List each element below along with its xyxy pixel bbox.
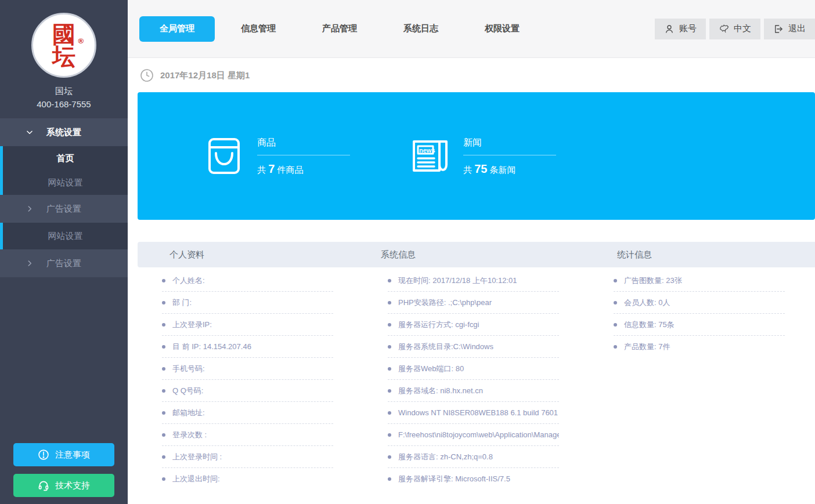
list-item: 服务器域名: ni8.hx.net.cn	[388, 380, 559, 402]
count-suffix: 件商品	[275, 165, 303, 175]
tab-product-management[interactable]: 产品管理	[302, 16, 377, 42]
tab-info-management[interactable]: 信息管理	[221, 16, 296, 42]
logout-button[interactable]: 退出	[764, 19, 815, 39]
tab-permission-settings[interactable]: 权限设置	[464, 16, 540, 42]
profile-list: 个人姓名: 部 门: 上次登录IP: 目 前 IP: 14.154.207.46…	[138, 270, 363, 490]
news-stat: news 新闻 共 75 条新闻	[408, 134, 556, 178]
count-prefix: 共	[463, 165, 474, 175]
list-item: 服务器运行方式: cgi-fcgi	[388, 314, 559, 336]
shopping-bag-icon	[202, 134, 246, 178]
list-item: 服务器语言: zh-CN,zh;q=0.8	[388, 446, 559, 468]
list-item: Windows NT NI8SER08WEB188 6.1 build 7601…	[388, 402, 559, 424]
list-item: F:\freehost\ni8tojoycom\web\Application\…	[388, 424, 559, 446]
list-item: 上次登录时间 :	[162, 446, 333, 468]
app-window: 國® 坛 国坛 400-168-7555 系统设置 首页 网站设置	[0, 0, 815, 504]
language-button-label: 中文	[734, 23, 751, 34]
submenu-site: 网站设置	[0, 223, 128, 249]
statistics-list: 广告图数量: 23张 会员人数: 0人 信息数量: 75条 产品数量: 7件	[589, 270, 815, 490]
count-prefix: 共	[257, 165, 268, 175]
list-item: 服务器解译引擎: Microsoft-IIS/7.5	[388, 468, 559, 490]
sidebar-item-label: 广告设置	[46, 258, 81, 269]
section-title-profile: 个人资料	[138, 249, 363, 260]
list-item: 部 门:	[162, 292, 333, 314]
list-item: 现在时间: 2017/12/18 上午10:12:01	[388, 270, 559, 292]
language-button[interactable]: 中文	[709, 19, 760, 39]
list-item: 服务器Web端口: 80	[388, 358, 559, 380]
list-item: Q Q号码:	[162, 380, 333, 402]
sidebar-item-label: 首页	[57, 153, 74, 164]
submenu-system: 首页 网站设置	[0, 146, 128, 195]
exclamation-circle-icon	[38, 449, 49, 461]
list-item: 目 前 IP: 14.154.207.46	[162, 336, 333, 358]
products-stat: 商品 共 7 件商品	[202, 134, 350, 178]
brand-name: 国坛	[0, 86, 128, 97]
products-count: 共 7 件商品	[257, 162, 350, 176]
system-info-list: 现在时间: 2017/12/18 上午10:12:01 PHP安装路径: .;C…	[363, 270, 589, 490]
sidebar-item-ad-settings-2[interactable]: 广告设置	[0, 249, 128, 277]
brand-phone: 400-168-7555	[0, 99, 128, 109]
chevron-down-icon	[26, 128, 34, 136]
support-button-label: 技术支持	[55, 480, 90, 491]
logo-char-bottom: 坛	[52, 45, 75, 68]
clock-icon	[140, 68, 154, 82]
sidebar-item-site-settings[interactable]: 网站设置	[0, 171, 128, 195]
tab-system-log[interactable]: 系统日志	[383, 16, 459, 42]
chevron-right-icon	[26, 259, 34, 267]
account-button-label: 账号	[679, 23, 697, 34]
news-title: 新闻	[463, 137, 556, 149]
section-title-system-info: 系统信息	[363, 249, 589, 260]
list-item: 上次退出时间:	[162, 468, 333, 490]
nav-tabs: 全局管理 信息管理 产品管理 系统日志 权限设置	[139, 16, 540, 42]
list-item: 个人姓名:	[162, 270, 333, 292]
brand-block: 國® 坛 国坛 400-168-7555	[0, 0, 128, 109]
current-date: 2017年12月18日 星期1	[160, 70, 250, 81]
main-area: 全局管理 信息管理 产品管理 系统日志 权限设置 账号 中文 退出	[128, 0, 815, 504]
products-title: 商品	[257, 137, 350, 149]
registered-mark: ®	[78, 37, 84, 45]
news-stat-text: 新闻 共 75 条新闻	[463, 137, 556, 176]
headset-icon	[38, 480, 49, 491]
section-title-statistics: 统计信息	[589, 249, 815, 260]
list-item: 服务器系统目录:C:\Windows	[388, 336, 559, 358]
list-item: 邮箱地址:	[162, 402, 333, 424]
info-columns: 个人姓名: 部 门: 上次登录IP: 目 前 IP: 14.154.207.46…	[138, 267, 815, 490]
brand-logo: 國® 坛	[31, 13, 96, 78]
sidebar-menu: 系统设置 首页 网站设置 广告设置 网站设置 广告设	[0, 118, 128, 277]
divider	[463, 155, 556, 155]
news-icon: news	[408, 134, 452, 178]
count-suffix: 条新闻	[487, 165, 515, 175]
china-map-icon	[719, 24, 729, 34]
content: 2017年12月18日 星期1 商品 共 7 件商品	[128, 58, 815, 504]
list-item: 上次登录IP:	[162, 314, 333, 336]
sidebar-bottom: 注意事项 技术支持	[0, 443, 128, 497]
tab-global-management[interactable]: 全局管理	[139, 16, 215, 42]
logo-char-top: 國®	[52, 23, 75, 46]
sidebar-item-site-settings-2[interactable]: 网站设置	[0, 223, 128, 249]
account-button[interactable]: 账号	[655, 19, 706, 39]
logout-icon	[773, 24, 784, 34]
user-icon	[664, 24, 675, 34]
products-stat-text: 商品 共 7 件商品	[257, 137, 350, 176]
support-button[interactable]: 技术支持	[13, 474, 114, 497]
section-header-bar: 个人资料 系统信息 统计信息	[138, 242, 815, 267]
chevron-right-icon	[26, 205, 34, 213]
sidebar-item-home[interactable]: 首页	[0, 146, 128, 171]
count-number: 7	[268, 162, 275, 175]
sidebar-item-label: 系统设置	[46, 127, 81, 138]
notice-button[interactable]: 注意事项	[13, 443, 114, 466]
list-item: 产品数量: 7件	[614, 336, 785, 358]
notice-button-label: 注意事项	[55, 449, 90, 461]
list-item: 广告图数量: 23张	[614, 270, 785, 292]
count-number: 75	[474, 162, 487, 175]
date-row: 2017年12月18日 星期1	[140, 68, 815, 82]
sidebar-item-system-settings[interactable]: 系统设置	[0, 118, 128, 146]
list-item: 会员人数: 0人	[614, 292, 785, 314]
sidebar-item-ad-settings[interactable]: 广告设置	[0, 195, 128, 223]
sidebar-item-label: 网站设置	[48, 231, 83, 242]
logo-glyph-guo: 國	[52, 21, 75, 47]
list-item: 登录次数 :	[162, 424, 333, 446]
svg-text:news: news	[419, 147, 435, 154]
top-bar: 全局管理 信息管理 产品管理 系统日志 权限设置 账号 中文 退出	[128, 0, 815, 58]
list-item: 手机号码:	[162, 358, 333, 380]
summary-banner: 商品 共 7 件商品 news	[138, 92, 815, 220]
